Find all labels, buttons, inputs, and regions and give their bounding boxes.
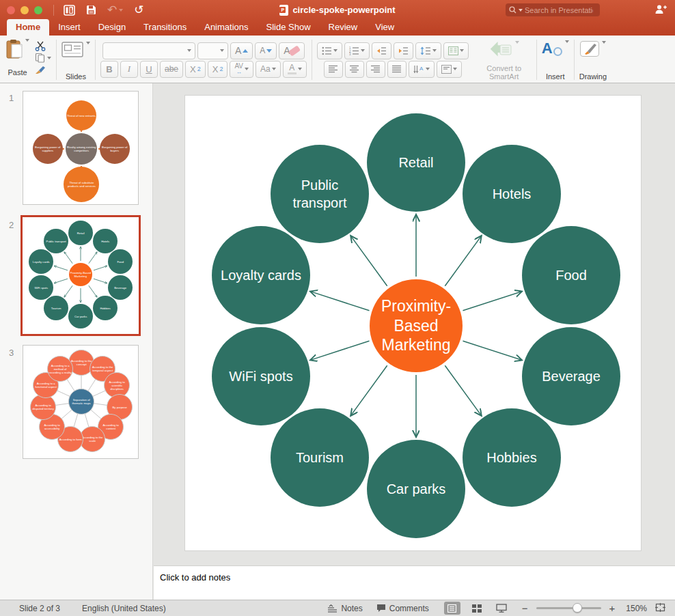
redo-icon[interactable]: ↺ <box>134 4 143 16</box>
title-header: ↶ ↺ circle-spoke-powerpoint Home Insert … <box>0 0 675 36</box>
slide3-number: 3 <box>9 348 14 358</box>
justify-button[interactable] <box>387 61 407 78</box>
tab-transitions[interactable]: Transitions <box>135 19 195 36</box>
slides-button[interactable]: Slides <box>61 39 90 81</box>
tab-view[interactable]: View <box>366 19 403 36</box>
zoom-level[interactable]: 150% <box>626 604 647 613</box>
spoke-public-transport[interactable]: Public transport <box>271 145 369 243</box>
spoke-wifi-spots[interactable]: WiFi spots <box>212 327 310 425</box>
tab-home[interactable]: Home <box>7 19 49 36</box>
decrease-font-button[interactable]: A <box>255 42 277 59</box>
insert-button[interactable]: A Insert <box>542 39 569 81</box>
zoom-in-button[interactable]: + <box>609 602 616 614</box>
underline-button[interactable]: U <box>140 61 158 78</box>
zoom-out-button[interactable]: − <box>522 602 528 614</box>
slides-caret[interactable] <box>86 42 90 44</box>
notes-pane[interactable]: Click to add notes <box>154 565 675 600</box>
close-window-button[interactable] <box>7 6 15 14</box>
font-name-combo[interactable] <box>102 42 195 59</box>
tab-design[interactable]: Design <box>89 19 135 36</box>
window-controls[interactable] <box>7 6 42 14</box>
strikethrough-button[interactable]: abe <box>160 61 183 78</box>
normal-view-icon <box>447 604 456 613</box>
bold-button[interactable]: B <box>100 61 118 78</box>
increase-font-button[interactable]: A <box>230 42 253 59</box>
search-box[interactable] <box>506 3 600 16</box>
comments-toggle[interactable]: Comments <box>376 604 429 613</box>
subscript-button[interactable]: X2 <box>208 61 228 78</box>
thumb2-car-parks: Car parks <box>68 304 93 328</box>
new-slide-icon[interactable] <box>64 5 75 16</box>
zoom-window-button[interactable] <box>34 6 42 14</box>
spoke-car-parks[interactable]: Car parks <box>367 440 465 538</box>
italic-button[interactable]: I <box>120 61 138 78</box>
numbering-button[interactable]: 123 <box>344 42 370 59</box>
fit-to-window-icon <box>655 603 665 612</box>
slide-canvas[interactable]: Retail Hotels Food Beverage Hobbies Car … <box>185 96 641 550</box>
spoke-beverage[interactable]: Beverage <box>522 327 620 425</box>
slide-thumbnails-panel: 1 Threat of new entrants Bargaining powe… <box>0 83 153 600</box>
share-icon[interactable] <box>655 4 667 17</box>
slide-sorter-view-button[interactable] <box>469 602 485 615</box>
search-scope-caret[interactable] <box>519 9 523 12</box>
slide1-thumbnail[interactable]: Threat of new entrants Bargaining power … <box>23 91 139 205</box>
spoke-hobbies[interactable]: Hobbies <box>463 408 561 507</box>
spoke-loyalty-cards[interactable]: Loyalty cards <box>212 226 310 324</box>
decrease-indent-button[interactable] <box>372 42 391 59</box>
slide2-thumbnail-selected[interactable]: Retail Hotels Food Beverage Hobbies Car … <box>20 215 141 336</box>
clear-formatting-button[interactable]: A <box>279 42 304 59</box>
align-left-button[interactable] <box>324 61 343 78</box>
copy-caret[interactable] <box>47 57 51 59</box>
font-color-button[interactable]: A <box>283 61 307 78</box>
save-icon[interactable] <box>86 5 96 15</box>
bullets-button[interactable] <box>317 42 342 59</box>
thumb2-loyalty-cards: Loyalty cards <box>29 249 53 274</box>
superscript-button[interactable]: X2 <box>185 61 206 78</box>
zoom-slider[interactable] <box>536 607 601 609</box>
drawing-button[interactable]: Drawing <box>579 39 607 81</box>
tab-review[interactable]: Review <box>320 19 367 36</box>
spoke-hotels[interactable]: Hotels <box>463 145 561 243</box>
tab-slideshow[interactable]: Slide Show <box>258 19 320 36</box>
columns-icon <box>448 46 458 55</box>
cut-button[interactable] <box>35 40 51 52</box>
spoke-tourism[interactable]: Tourism <box>271 408 369 507</box>
tab-animations[interactable]: Animations <box>195 19 257 36</box>
smartart-icon <box>489 41 512 57</box>
search-input[interactable] <box>525 6 593 14</box>
convert-smartart-button[interactable]: Convert to SmartArt <box>477 39 532 81</box>
svg-text:3: 3 <box>349 53 351 55</box>
slide-sorter-icon <box>472 604 482 613</box>
titlebar-divider <box>53 5 54 16</box>
minimize-window-button[interactable] <box>20 6 29 14</box>
tab-insert[interactable]: Insert <box>49 19 89 36</box>
notes-toggle[interactable]: Notes <box>328 604 362 613</box>
normal-view-button[interactable] <box>444 602 460 615</box>
slide3-thumbnail[interactable]: According to the concept According to th… <box>23 345 139 459</box>
format-painter-button[interactable] <box>35 64 51 75</box>
copy-button[interactable] <box>35 52 51 64</box>
line-spacing-button[interactable] <box>415 42 441 59</box>
slideshow-view-button[interactable] <box>493 602 510 615</box>
text-direction-button[interactable]: A <box>409 61 435 78</box>
zoom-slider-thumb[interactable] <box>573 603 582 613</box>
language-indicator[interactable]: English (United States) <box>82 604 166 613</box>
paste-caret[interactable] <box>25 39 29 42</box>
svg-text:A: A <box>419 66 424 72</box>
fit-to-window-button[interactable] <box>655 603 665 614</box>
center-circle-proximity-marketing[interactable]: Proximity-Based Marketing <box>370 279 463 372</box>
undo-button[interactable]: ↶ <box>107 4 123 16</box>
document-icon <box>279 5 288 16</box>
spoke-retail[interactable]: Retail <box>367 113 465 212</box>
align-right-button[interactable] <box>366 61 385 78</box>
align-center-button[interactable] <box>345 61 364 78</box>
increase-indent-button[interactable] <box>394 42 413 59</box>
notes-placeholder[interactable]: Click to add notes <box>160 572 230 583</box>
align-text-button[interactable] <box>437 61 462 78</box>
spoke-food[interactable]: Food <box>522 226 620 324</box>
character-spacing-button[interactable]: AV↔ <box>230 61 253 78</box>
paste-button[interactable]: Paste <box>5 39 29 76</box>
change-case-button[interactable]: Aa <box>256 61 281 78</box>
columns-button[interactable] <box>443 42 469 59</box>
font-size-combo[interactable] <box>197 42 228 59</box>
